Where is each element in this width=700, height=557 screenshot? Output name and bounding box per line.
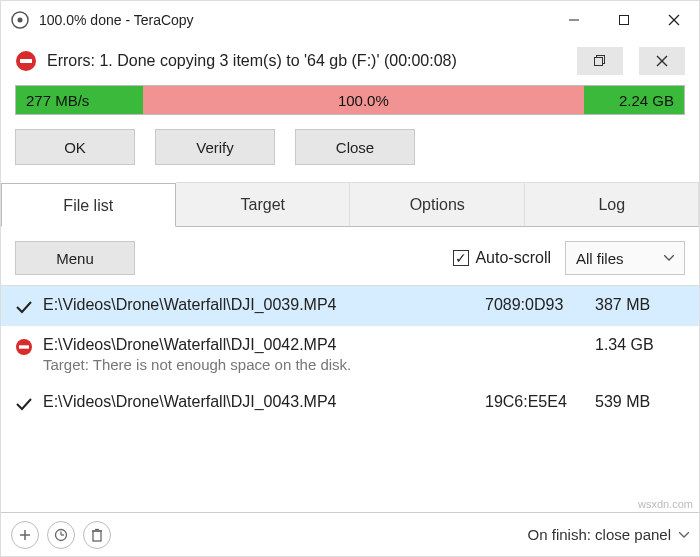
checkbox-icon: ✓ bbox=[453, 250, 469, 266]
error-icon bbox=[15, 50, 37, 72]
tab-options[interactable]: Options bbox=[350, 182, 525, 226]
teracopy-window: 100.0% done - TeraCopy Errors: 1. Done c… bbox=[0, 0, 700, 557]
filter-label: All files bbox=[576, 250, 624, 267]
file-size: 1.34 GB bbox=[595, 336, 685, 354]
action-buttons: OK Verify Close bbox=[1, 115, 699, 179]
footer: On finish: close panel bbox=[1, 512, 699, 556]
svg-rect-9 bbox=[595, 58, 603, 66]
svg-rect-3 bbox=[620, 16, 629, 25]
close-button[interactable] bbox=[649, 1, 699, 39]
file-list: E:\Videos\Drone\Waterfall\DJI_0039.MP4 7… bbox=[1, 285, 699, 512]
svg-rect-19 bbox=[93, 531, 101, 541]
window-title: 100.0% done - TeraCopy bbox=[39, 12, 549, 28]
close-op-button[interactable]: Close bbox=[295, 129, 415, 165]
history-button[interactable] bbox=[47, 521, 75, 549]
file-path: E:\Videos\Drone\Waterfall\DJI_0039.MP4 bbox=[43, 296, 485, 314]
tab-filelist[interactable]: File list bbox=[1, 183, 176, 227]
file-row[interactable]: E:\Videos\Drone\Waterfall\DJI_0043.MP4 1… bbox=[1, 383, 699, 423]
app-icon bbox=[11, 11, 29, 29]
maximize-button[interactable] bbox=[599, 1, 649, 39]
menu-button[interactable]: Menu bbox=[15, 241, 135, 275]
file-size: 539 MB bbox=[595, 393, 685, 411]
chevron-down-icon bbox=[664, 255, 674, 261]
check-icon bbox=[15, 298, 37, 316]
file-hash: 7089:0D93 bbox=[485, 296, 595, 314]
verify-button[interactable]: Verify bbox=[155, 129, 275, 165]
delete-button[interactable] bbox=[83, 521, 111, 549]
filter-select[interactable]: All files bbox=[565, 241, 685, 275]
status-row: Errors: 1. Done copying 3 item(s) to '64… bbox=[1, 39, 699, 85]
ok-button[interactable]: OK bbox=[15, 129, 135, 165]
svg-point-1 bbox=[18, 18, 23, 23]
progress-percent: 100.0% bbox=[143, 86, 584, 114]
svg-rect-7 bbox=[20, 59, 32, 63]
chevron-down-icon bbox=[679, 532, 689, 538]
minimize-button[interactable] bbox=[549, 1, 599, 39]
progress-total: 2.24 GB bbox=[584, 86, 684, 114]
file-size: 387 MB bbox=[595, 296, 685, 314]
titlebar: 100.0% done - TeraCopy bbox=[1, 1, 699, 39]
file-path: E:\Videos\Drone\Waterfall\DJI_0042.MP4 bbox=[43, 336, 485, 354]
file-row[interactable]: E:\Videos\Drone\Waterfall\DJI_0042.MP4 T… bbox=[1, 326, 699, 383]
file-path: E:\Videos\Drone\Waterfall\DJI_0043.MP4 bbox=[43, 393, 485, 411]
svg-rect-13 bbox=[19, 345, 29, 348]
progress-speed: 277 MB/s bbox=[16, 86, 143, 114]
autoscroll-checkbox[interactable]: ✓ Auto-scroll bbox=[453, 249, 551, 267]
tab-target[interactable]: Target bbox=[176, 182, 351, 226]
file-hash: 19C6:E5E4 bbox=[485, 393, 595, 411]
tab-log[interactable]: Log bbox=[525, 182, 700, 226]
list-toolbar: Menu ✓ Auto-scroll All files bbox=[1, 227, 699, 285]
check-icon bbox=[15, 395, 37, 413]
file-row[interactable]: E:\Videos\Drone\Waterfall\DJI_0039.MP4 7… bbox=[1, 286, 699, 326]
tab-bar: File list Target Options Log bbox=[1, 183, 699, 227]
error-icon bbox=[15, 338, 37, 356]
watermark: wsxdn.com bbox=[638, 498, 693, 510]
add-button[interactable] bbox=[11, 521, 39, 549]
window-controls bbox=[549, 1, 699, 39]
progress-bar: 277 MB/s 100.0% 2.24 GB bbox=[15, 85, 685, 115]
restore-panel-button[interactable] bbox=[577, 47, 623, 75]
file-error-msg: Target: There is not enough space on the… bbox=[43, 356, 485, 373]
close-panel-button[interactable] bbox=[639, 47, 685, 75]
status-text: Errors: 1. Done copying 3 item(s) to '64… bbox=[47, 52, 561, 70]
onfinish-label[interactable]: On finish: close panel bbox=[528, 526, 671, 543]
autoscroll-label: Auto-scroll bbox=[475, 249, 551, 267]
